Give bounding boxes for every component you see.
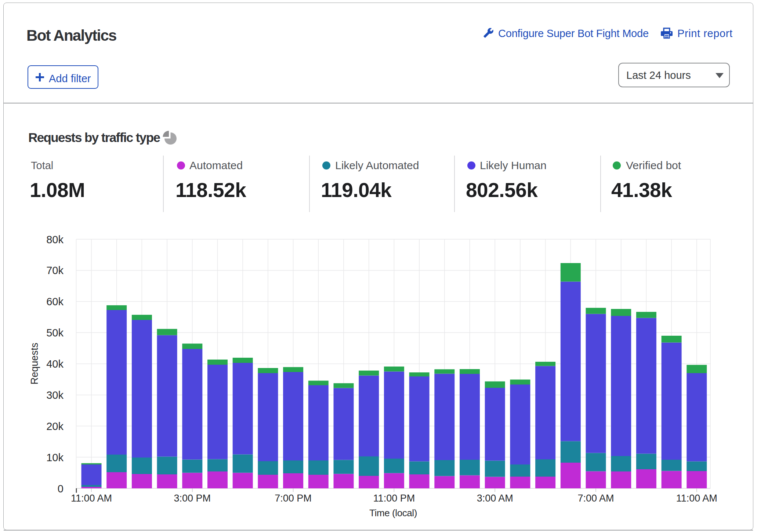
svg-text:70k: 70k	[46, 265, 64, 276]
svg-text:3:00 AM: 3:00 AM	[477, 493, 513, 504]
svg-text:7:00 PM: 7:00 PM	[275, 493, 312, 504]
svg-text:Time (local): Time (local)	[369, 507, 417, 518]
svg-text:20k: 20k	[46, 420, 64, 432]
svg-text:40k: 40k	[46, 358, 64, 370]
svg-text:10k: 10k	[46, 452, 64, 463]
svg-text:Requests: Requests	[29, 343, 40, 385]
svg-text:7:00 AM: 7:00 AM	[577, 493, 614, 504]
svg-text:80k: 80k	[46, 234, 64, 245]
svg-text:50k: 50k	[46, 327, 64, 339]
svg-text:60k: 60k	[46, 296, 64, 307]
svg-text:0: 0	[58, 483, 64, 495]
svg-text:11:00 AM: 11:00 AM	[676, 493, 717, 504]
svg-text:11:00 PM: 11:00 PM	[373, 493, 415, 504]
svg-text:30k: 30k	[46, 389, 64, 401]
svg-text:3:00 PM: 3:00 PM	[174, 493, 211, 504]
svg-text:11:00 AM: 11:00 AM	[71, 493, 112, 504]
